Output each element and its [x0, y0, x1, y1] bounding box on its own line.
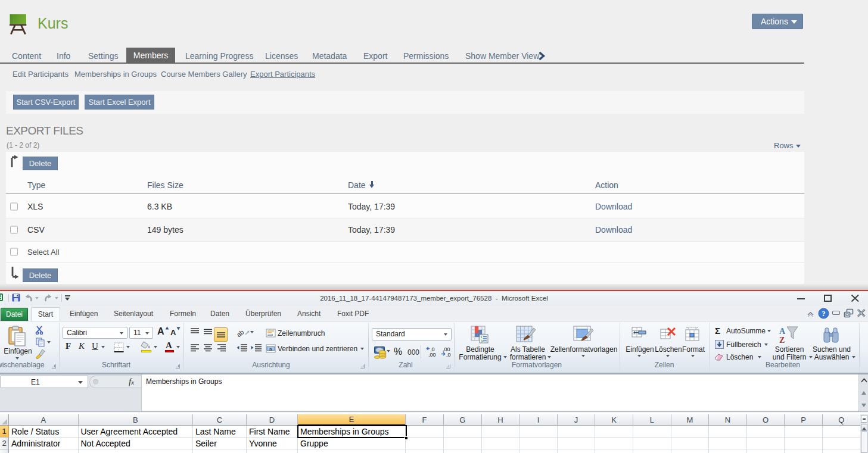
svg-text:A: A [779, 327, 786, 336]
svg-text:Z: Z [779, 336, 785, 345]
svg-text:,0: ,0 [446, 352, 451, 357]
svg-text:a: a [269, 346, 272, 352]
svg-text:?: ? [822, 309, 826, 318]
svg-text:ab: ab [237, 328, 245, 338]
svg-text:,00: ,00 [428, 352, 436, 357]
